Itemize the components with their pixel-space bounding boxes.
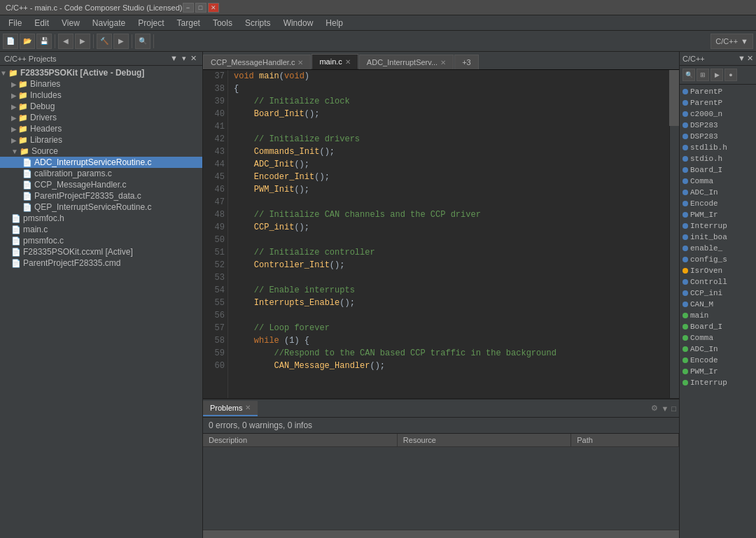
right-tree-item-21[interactable]: Board_I xyxy=(680,321,756,332)
right-tree-item-11[interactable]: PWM_Ir xyxy=(680,209,756,220)
toolbar-build[interactable]: 🔨 xyxy=(97,34,112,49)
right-tree-item-18[interactable]: CCP_ini xyxy=(680,288,756,299)
tab-close-btn[interactable]: ✕ xyxy=(345,58,351,66)
tree-item-parent_data[interactable]: 📄 ParentProjectF28335_data.c xyxy=(0,190,202,201)
menu-view[interactable]: View xyxy=(56,17,85,29)
menu-tools[interactable]: Tools xyxy=(207,17,238,29)
bottom-scroll-thumb[interactable] xyxy=(203,530,679,538)
editor-tab-CCP_MessageHandler_c[interactable]: CCP_MessageHandler.c✕ xyxy=(203,55,311,69)
right-tree-item-24[interactable]: Encode xyxy=(680,355,756,366)
rt-btn-2[interactable]: ⊞ xyxy=(696,69,709,81)
tree-item-parent_cmd[interactable]: 📄 ParentProjectF28335.cmd xyxy=(0,257,202,269)
tree-arrow-includes[interactable]: ▶ xyxy=(11,92,17,99)
menu-target[interactable]: Target xyxy=(172,17,206,29)
toolbar-search[interactable]: 🔍 xyxy=(135,34,150,49)
right-tree-item-4[interactable]: DSP283 xyxy=(680,131,756,142)
right-tree-item-10[interactable]: Encode xyxy=(680,198,756,209)
tree-item-libraries[interactable]: ▶ 📁 Libraries xyxy=(0,134,202,146)
problems-tab-close[interactable]: ✕ xyxy=(245,404,251,411)
right-tree-item-25[interactable]: PWM_Ir xyxy=(680,366,756,377)
right-tree-item-13[interactable]: init_boa xyxy=(680,232,756,243)
bottom-scrollbar[interactable] xyxy=(203,530,679,538)
right-tree-item-22[interactable]: Comma xyxy=(680,332,756,344)
right-tree-item-7[interactable]: Board_I xyxy=(680,164,756,176)
right-tree-item-19[interactable]: CAN_M xyxy=(680,299,756,310)
bottom-settings-button[interactable]: ⚙ xyxy=(651,404,658,413)
tree-item-debug[interactable]: ▶ 📁 Debug xyxy=(0,101,202,112)
tree-item-source[interactable]: ▼ 📁 Source xyxy=(0,146,202,157)
right-tree-item-8[interactable]: Comma xyxy=(680,176,756,187)
tree-item-main_c[interactable]: 📄 main.c xyxy=(0,224,202,235)
tree-item-headers[interactable]: ▶ 📁 Headers xyxy=(0,123,202,134)
right-tree-item-17[interactable]: Controll xyxy=(680,276,756,288)
tree-arrow-libraries[interactable]: ▶ xyxy=(11,136,17,144)
tab-close-btn[interactable]: ✕ xyxy=(440,59,446,66)
right-panel-close[interactable]: ✕ xyxy=(747,54,753,63)
tree-item-drivers[interactable]: ▶ 📁 Drivers xyxy=(0,112,202,123)
right-tree-item-2[interactable]: c2000_n xyxy=(680,108,756,120)
rt-btn-4[interactable]: ● xyxy=(724,69,737,81)
panel-close-button[interactable]: ✕ xyxy=(189,54,198,63)
toolbar-save[interactable]: 💾 xyxy=(36,34,52,49)
right-tree-item-9[interactable]: ADC_In xyxy=(680,187,756,198)
code-content[interactable]: void main(void){ // Initialize clock Boa… xyxy=(228,70,669,398)
tree-item-f28335[interactable]: ▼ 📁 F28335PSOKit [Active - Debug] xyxy=(0,67,202,78)
panel-menu-button[interactable]: ▾ xyxy=(181,54,188,63)
tree-arrow-source[interactable]: ▼ xyxy=(11,148,18,155)
toolbar-back[interactable]: ◀ xyxy=(58,34,74,49)
editor-tab-ADC_InterruptServ___[interactable]: ADC_InterruptServ...✕ xyxy=(359,55,454,69)
tree-arrow-debug[interactable]: ▶ xyxy=(11,103,17,111)
right-tree-item-6[interactable]: stdio.h xyxy=(680,153,756,164)
tree-item-adc_isr[interactable]: 📄 ADC_InterruptServiceRoutine.c xyxy=(0,157,202,168)
editor-tab-main_c[interactable]: main.c✕ xyxy=(312,54,358,69)
menu-window[interactable]: Window xyxy=(278,17,319,29)
tree-item-f28335_ccxml[interactable]: 📄 F28335PSOKit.ccxml [Active] xyxy=(0,246,202,257)
tree-item-pmsmfoc_c[interactable]: 📄 pmsmfoc.c xyxy=(0,235,202,246)
toolbar-new[interactable]: 📄 xyxy=(3,34,18,49)
menu-project[interactable]: Project xyxy=(132,17,169,29)
right-tree-item-15[interactable]: config_s xyxy=(680,254,756,265)
menu-file[interactable]: File xyxy=(3,17,27,29)
tree-item-pmsmfoc_h[interactable]: 📄 pmsmfoc.h xyxy=(0,213,202,224)
right-tree-item-20[interactable]: main xyxy=(680,310,756,321)
tree-arrow-f28335[interactable]: ▼ xyxy=(0,69,7,77)
menu-help[interactable]: Help xyxy=(320,17,349,29)
right-tree-item-26[interactable]: Interrup xyxy=(680,377,756,388)
right-panel-minimize[interactable]: ▼ xyxy=(738,54,746,63)
tree-item-ccp_msg[interactable]: 📄 CCP_MessageHandler.c xyxy=(0,179,202,190)
right-tree-item-1[interactable]: ParentP xyxy=(680,97,756,108)
scrollbar-thumb[interactable] xyxy=(669,70,679,126)
toolbar-open[interactable]: 📂 xyxy=(20,34,35,49)
bottom-maximize-button[interactable]: □ xyxy=(671,404,676,413)
close-button[interactable]: ✕ xyxy=(208,3,219,13)
panel-collapse-button[interactable]: ▼ xyxy=(169,54,179,63)
tree-arrow-drivers[interactable]: ▶ xyxy=(11,114,17,122)
tree-item-includes[interactable]: ▶ 📁 Includes xyxy=(0,90,202,101)
code-editor[interactable]: 3738394041424344454647484950515253545556… xyxy=(203,70,679,398)
menu-scripts[interactable]: Scripts xyxy=(239,17,276,29)
right-tree-item-14[interactable]: enable_ xyxy=(680,243,756,254)
menu-edit[interactable]: Edit xyxy=(29,17,55,29)
maximize-button[interactable]: □ xyxy=(195,3,206,13)
tree-item-qep_isr[interactable]: 📄 QEP_InterruptServiceRoutine.c xyxy=(0,201,202,213)
menu-navigate[interactable]: Navigate xyxy=(87,17,131,29)
toolbar-fwd[interactable]: ▶ xyxy=(75,34,90,49)
rt-btn-3[interactable]: ▶ xyxy=(710,69,723,81)
right-tree-item-23[interactable]: ADC_In xyxy=(680,344,756,355)
tree-item-cal_params[interactable]: 📄 calibration_params.c xyxy=(0,168,202,179)
rt-btn-1[interactable]: 🔍 xyxy=(682,69,695,81)
minimize-button[interactable]: − xyxy=(183,3,194,13)
tree-item-binaries[interactable]: ▶ 📁 Binaries xyxy=(0,78,202,90)
right-tree-item-0[interactable]: ParentP xyxy=(680,86,756,97)
bottom-minimize-button[interactable]: ▼ xyxy=(661,404,668,413)
tree-arrow-binaries[interactable]: ▶ xyxy=(11,80,17,88)
toolbar-debug[interactable]: ▶ xyxy=(113,34,129,49)
tab-close-btn[interactable]: ✕ xyxy=(298,59,303,66)
right-tree-item-3[interactable]: DSP283 xyxy=(680,120,756,131)
right-tree-item-12[interactable]: Interrup xyxy=(680,220,756,232)
tab-more[interactable]: +3 xyxy=(454,55,479,69)
right-tree-item-5[interactable]: stdlib.h xyxy=(680,142,756,153)
perspective-dropdown[interactable]: C/C++ ▼ xyxy=(710,34,753,49)
problems-tab[interactable]: Problems ✕ xyxy=(203,401,258,416)
tree-arrow-headers[interactable]: ▶ xyxy=(11,125,17,133)
